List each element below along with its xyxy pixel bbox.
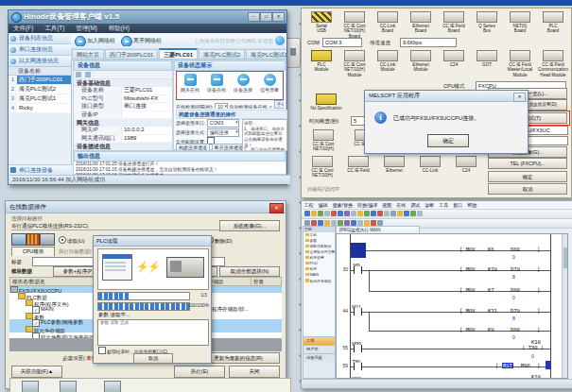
divider-grip[interactable] bbox=[286, 38, 301, 68]
toolbar-icon[interactable] bbox=[311, 211, 317, 216]
melsoft-dialog-title[interactable]: MELSOFT 应用程序 bbox=[365, 91, 528, 102]
sidebar-item-device-list[interactable]: 设备列表信息 bbox=[9, 33, 71, 44]
toolbar-icon[interactable] bbox=[331, 211, 337, 216]
menu-file[interactable]: 文件(F) bbox=[9, 25, 38, 31]
toolbar-icon[interactable] bbox=[338, 211, 343, 216]
pc-if-ethernet-board[interactable]: Ethernet Board bbox=[405, 11, 437, 34]
instruction[interactable]: MOV bbox=[459, 247, 476, 252]
menu-project[interactable]: 工程 bbox=[302, 202, 316, 208]
progress-history-list[interactable]: 参数 读取 完成 bbox=[97, 319, 209, 346]
plc-if-c24[interactable]: C24 bbox=[438, 50, 470, 67]
property-group[interactable]: 设备基础信息 bbox=[74, 79, 172, 87]
operand[interactable]: D79 bbox=[511, 308, 520, 314]
device-row[interactable]: 1西门子200PLC01 bbox=[9, 76, 71, 85]
route-ccie-cont[interactable]: CC IE Cont NET/10(H) bbox=[305, 129, 341, 152]
pc-if-cclink-board[interactable]: CC-Link Board bbox=[372, 11, 404, 34]
nav-button-project[interactable]: 工程 bbox=[303, 336, 335, 345]
operand[interactable]: K31 bbox=[488, 308, 497, 314]
pc-if-ccie-cont-board[interactable]: CC IE Cont NET/10(H) Board bbox=[338, 11, 371, 39]
operand[interactable]: K29 bbox=[488, 266, 497, 272]
categorize-icon[interactable] bbox=[76, 72, 81, 77]
operand[interactable]: K7 bbox=[488, 287, 494, 293]
plc-if-ccie-cont-module[interactable]: CC IE Cont NET/10(H) Module bbox=[338, 50, 371, 77]
plc-if-plc-module[interactable]: PLC Module bbox=[305, 50, 338, 73]
execute-button[interactable]: 执行(E) bbox=[174, 366, 225, 378]
menu-debug[interactable]: 调试 bbox=[408, 202, 423, 208]
other-no-specification[interactable]: No Specification bbox=[305, 94, 347, 111]
menu-edit[interactable]: 编辑 bbox=[316, 202, 330, 208]
operand[interactable]: D80 bbox=[511, 247, 520, 252]
system-image-button[interactable]: 系统图像(G)... bbox=[219, 220, 280, 231]
timer-coil[interactable]: T80 bbox=[522, 345, 544, 350]
toolbar-icon[interactable] bbox=[364, 211, 370, 216]
progress-dialog-title[interactable]: PLC读取 bbox=[94, 236, 211, 247]
manual-check-button[interactable]: 手动检测设备在线 bbox=[274, 100, 285, 109]
menu-tool[interactable]: 工具 bbox=[437, 202, 451, 208]
pc-if-ccie-field-board[interactable]: CC IE Field Board bbox=[438, 11, 470, 34]
plc-if-ccie-field-master[interactable]: CC IE Field Master/Local Module bbox=[504, 50, 536, 77]
menu-compile[interactable]: 转换/编译 bbox=[355, 202, 379, 208]
tel-button[interactable]: TEL (FXCPU)... bbox=[488, 158, 567, 169]
toolbar-icon[interactable] bbox=[417, 211, 423, 216]
leave-network-button[interactable]: 离开网络组 bbox=[120, 35, 165, 46]
auto-check-checkbox[interactable]: ✓ bbox=[269, 104, 272, 109]
operand[interactable]: M98 bbox=[521, 363, 530, 368]
plc-memory-clear-item[interactable]: PLC存储器清除 bbox=[94, 381, 131, 392]
coex-ethernet[interactable]: Ethernet bbox=[377, 156, 411, 173]
plc-if-ethernet-module[interactable]: Ethernet Module bbox=[405, 50, 437, 73]
maximize-button[interactable]: □ bbox=[260, 12, 272, 22]
toolbar-icon[interactable] bbox=[377, 211, 383, 216]
property-group[interactable]: 网关信息 bbox=[74, 119, 172, 127]
toolbar-icon[interactable] bbox=[357, 211, 363, 216]
pc-if-plc-board[interactable]: PLC Board bbox=[537, 11, 569, 34]
menu-help[interactable]: 帮助(H) bbox=[104, 25, 134, 31]
scrollbar-thumb[interactable] bbox=[563, 247, 567, 268]
ladder-scrollbar[interactable] bbox=[562, 234, 567, 378]
menu-find[interactable]: 搜索/替换 bbox=[330, 202, 355, 208]
plc-if-got[interactable]: GOT bbox=[471, 50, 503, 67]
menu-manage[interactable]: 管理(M) bbox=[71, 25, 102, 31]
progress-cancel-button[interactable]: 取消 bbox=[133, 353, 173, 364]
cancel-button[interactable]: 取消 bbox=[488, 183, 567, 195]
operand[interactable]: K6 bbox=[488, 247, 494, 252]
toolbar-icon[interactable] bbox=[397, 211, 403, 216]
instruction[interactable]: MOV bbox=[459, 308, 476, 314]
property-row[interactable]: PLC型号Mitsubishi-FX bbox=[74, 95, 172, 104]
tab-cpu-module[interactable]: CPU模块 bbox=[11, 247, 55, 256]
tab-siemens[interactable]: 西门子200PLC01 bbox=[105, 49, 158, 60]
tab-haike2[interactable]: 海克PLC测试2 bbox=[199, 49, 245, 60]
minimize-button[interactable]: – bbox=[248, 12, 260, 22]
melsoft-ok-button[interactable]: 确定 bbox=[427, 134, 469, 147]
toolbar-icon[interactable] bbox=[344, 211, 350, 216]
property-row[interactable]: 接口类型串口连接 bbox=[74, 103, 172, 111]
site-link-icon[interactable] bbox=[275, 36, 285, 45]
interval-input[interactable]: 10 bbox=[215, 103, 228, 109]
melsoft-close-button[interactable]: ✕ bbox=[513, 93, 526, 102]
plc-if-ccie-field-head[interactable]: CC IE Field Communication Head Module bbox=[537, 50, 569, 77]
connect-mode-select[interactable]: 编程连接 bbox=[207, 128, 239, 137]
related-functions-button[interactable]: 关联功能(F)▲ bbox=[11, 366, 62, 378]
instruction[interactable]: MOV bbox=[459, 327, 476, 332]
no-contact[interactable] bbox=[354, 363, 362, 370]
pc-if-serial-usb[interactable]: Serial USB bbox=[305, 11, 338, 34]
nav-button-connection[interactable]: 连接目标 bbox=[303, 353, 335, 362]
toolbar-icon[interactable] bbox=[318, 211, 323, 216]
com-field[interactable]: COM 3 bbox=[322, 38, 362, 47]
radio-read[interactable]: 读取(U) bbox=[59, 236, 85, 245]
pc-if-q-series-bus[interactable]: Q Series Bus bbox=[471, 11, 503, 34]
clock-setting-item[interactable]: 时钟设置 bbox=[56, 381, 80, 392]
rst-instruction[interactable]: RST bbox=[502, 363, 513, 368]
coex-c24[interactable]: C24 bbox=[449, 156, 483, 173]
toolbar-icon[interactable] bbox=[390, 211, 396, 216]
toolbar-icon[interactable] bbox=[324, 211, 330, 216]
instruction[interactable]: MOV bbox=[459, 287, 476, 293]
tab-haike1[interactable]: 海克PLC测试1 bbox=[246, 49, 286, 60]
property-row[interactable]: 网关IP10.0.0.2 bbox=[74, 127, 172, 135]
speed-field[interactable]: 9.6Kbps bbox=[400, 38, 457, 47]
no-contact[interactable] bbox=[354, 308, 362, 315]
deselect-all-button[interactable]: 取消全部选择(N) bbox=[219, 266, 280, 277]
toolbar-icon[interactable] bbox=[371, 211, 376, 216]
online-close-button[interactable]: ✕ bbox=[269, 203, 284, 213]
pc-if-net2-board[interactable]: NET(II) Board bbox=[504, 11, 536, 34]
tab-home[interactable]: 网站主页 bbox=[72, 49, 104, 60]
